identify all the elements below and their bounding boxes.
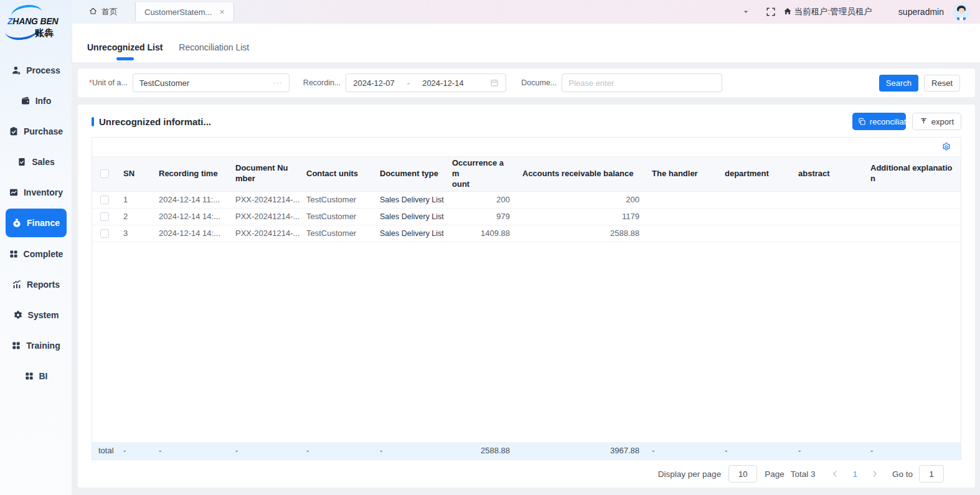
username[interactable]: superadmin (898, 7, 944, 17)
sidebar-item-label: Info (35, 96, 52, 106)
total-row: total - - - - - 2588.88 3967.88 - - - - (92, 442, 961, 460)
per-page-input[interactable] (728, 465, 757, 483)
row-checkbox[interactable] (100, 196, 109, 204)
sidebar-item-bi[interactable]: BI (24, 362, 48, 390)
sidebar-item-process[interactable]: Process (11, 56, 60, 84)
next-page-chevron-icon[interactable] (864, 470, 886, 478)
export-button-label: export (931, 117, 954, 126)
card-header: Unrecognized informati... reconciliatio … (92, 112, 961, 131)
cell-department (719, 208, 792, 225)
reset-button[interactable]: Reset (924, 75, 960, 92)
sidebar-item-system[interactable]: System (13, 301, 59, 329)
user-avatar[interactable] (953, 3, 970, 21)
date-from: 2024-12-07 (353, 78, 395, 88)
recording-date-range[interactable]: 2024-12-07 - 2024-12-14 (346, 73, 506, 92)
sidebar-item-complete[interactable]: Complete (9, 240, 64, 268)
prev-page-chevron-icon[interactable] (824, 470, 846, 478)
chevron-down-icon[interactable] (742, 8, 750, 16)
search-button[interactable]: Search (879, 75, 918, 92)
sidebar-nav: Process Info Purchase Sales Inventory Fi… (0, 55, 72, 390)
col-header-accounts-receivable-balance: Accounts receivable balance (516, 157, 646, 192)
breadcrumb-home-label: 首页 (101, 6, 118, 17)
cell-handler (646, 208, 719, 225)
more-icon[interactable]: ··· (273, 78, 283, 87)
sidebar-item-info[interactable]: Info (21, 87, 52, 115)
table-row[interactable]: 3 2024-12-14 14:... PXX-20241214-... Tes… (92, 225, 961, 242)
row-checkbox[interactable] (100, 212, 109, 221)
grid-icon (11, 341, 21, 351)
col-header-handler: The handler (646, 157, 719, 192)
sidebar-item-label: Purchase (24, 126, 63, 136)
col-header-department: department (719, 157, 792, 192)
cell-additional-explanation (864, 191, 961, 208)
goto-page-input[interactable] (919, 465, 944, 483)
sidebar-item-finance[interactable]: Finance (6, 209, 67, 237)
col-header-sn: SN (117, 157, 153, 192)
page-label: Page (765, 469, 784, 479)
topbar-right: 当前租户:管理员租户 superadmin (742, 3, 970, 21)
page-tab-customer-statement[interactable]: CustomerStatem... × (135, 2, 234, 21)
row-checkbox[interactable] (100, 229, 109, 238)
sidebar-item-purchase[interactable]: Purchase (9, 117, 63, 145)
cell-occurrence-amount: 1409.88 (446, 225, 516, 242)
table-toolbar (92, 138, 961, 156)
cell-recording-time: 2024-12-14 14:... (153, 225, 229, 242)
close-icon[interactable]: × (219, 7, 224, 16)
col-header-document-type: Document type (374, 157, 446, 192)
cell-additional-explanation (864, 225, 961, 242)
unit-select-input[interactable] (139, 78, 273, 88)
cell-sn: 3 (117, 225, 153, 242)
brand-name-en: ZHANG BEN (7, 16, 58, 26)
document-filter-field[interactable] (562, 73, 722, 92)
table-row[interactable]: 2 2024-12-14 14:... PXX-20241214-... Tes… (92, 208, 961, 225)
cell-contact-units: TestCustomer (300, 225, 374, 242)
col-header-abstract: abstract (792, 157, 864, 192)
document-filter-input[interactable] (568, 78, 715, 88)
sidebar-item-reports[interactable]: Reports (12, 270, 60, 298)
table-header-row: SN Recording time Document Nu mber Conta… (92, 157, 961, 192)
current-page-number[interactable]: 1 (846, 469, 864, 479)
sidebar-item-label: BI (39, 371, 48, 381)
column-settings-gear-icon[interactable] (941, 142, 951, 152)
table-row[interactable]: 1 2024-12-14 11:... PXX-20241214-... Tes… (92, 191, 961, 208)
cell-contact-units: TestCustomer (300, 208, 374, 225)
sidebar-item-label: Training (26, 341, 60, 351)
total-department: - (719, 442, 792, 460)
avatar-figure (957, 17, 959, 21)
export-button[interactable]: export (912, 113, 961, 130)
app-root: ZHANG BEN 账犇 Process Info Purchase Sales (0, 0, 980, 495)
total-sn: - (117, 442, 153, 460)
bar-chart-trend-icon (12, 280, 22, 290)
sidebar-item-inventory[interactable]: Inventory (9, 178, 63, 206)
cell-abstract (792, 191, 864, 208)
select-all-checkbox[interactable] (100, 169, 109, 178)
export-icon (920, 118, 928, 126)
card-actions: reconciliatio export (852, 113, 961, 130)
cell-accounts-receivable-balance: 2588.88 (516, 225, 646, 242)
total-recording-time: - (153, 442, 229, 460)
sidebar-item-training[interactable]: Training (11, 331, 60, 359)
brand-name-cn: 账犇 (35, 27, 54, 39)
cell-document-number: PXX-20241214-... (229, 225, 300, 242)
avatar-figure (963, 17, 966, 21)
wallet-icon (21, 96, 31, 106)
total-document-number: - (229, 442, 300, 460)
cell-contact-units: TestCustomer (300, 191, 374, 208)
tab-label: Reconciliation List (179, 42, 249, 52)
gear-icon (13, 310, 23, 320)
sidebar-item-sales[interactable]: Sales (17, 148, 55, 176)
breadcrumb-home[interactable]: 首页 (88, 6, 118, 17)
cell-accounts-receivable-balance: 200 (516, 191, 646, 208)
data-table-container: SN Recording time Document Nu mber Conta… (92, 137, 961, 460)
tab-unrecognized-list[interactable]: Unrecognized List (87, 24, 163, 62)
unrecognized-info-card: Unrecognized informati... reconciliatio … (78, 105, 975, 488)
unit-filter-label-text: Unit of a... (92, 78, 128, 87)
sidebar-item-label: Process (26, 65, 60, 75)
reconciliation-button[interactable]: reconciliatio (852, 113, 906, 130)
cell-document-number: PXX-20241214-... (229, 191, 300, 208)
document-filter-label: Docume... (521, 78, 557, 87)
fullscreen-icon[interactable] (766, 7, 776, 17)
topbar: 首页 CustomerStatem... × 当前租户:管理员租户 supera… (72, 0, 980, 24)
tab-reconciliation-list[interactable]: Reconciliation List (179, 24, 249, 62)
unit-select[interactable]: ··· (133, 73, 290, 92)
